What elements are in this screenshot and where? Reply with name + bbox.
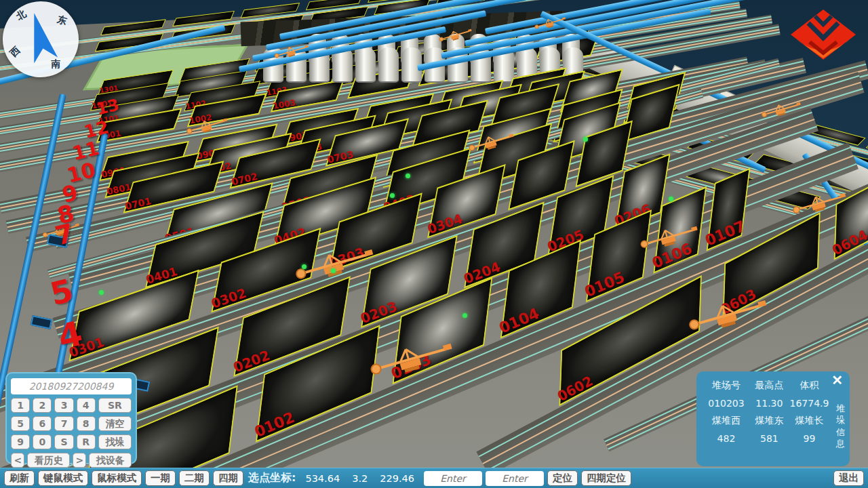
info-header: 体积 (789, 380, 829, 392)
keypad-button-8[interactable]: 8 (77, 416, 96, 431)
status-dot (462, 313, 467, 318)
coord-value: 534.64 (305, 473, 340, 484)
toolbar-button-一期[interactable]: 一期 (145, 470, 176, 486)
toolbar-button-鼠标模式[interactable]: 鼠标模式 (92, 470, 142, 486)
history-timestamp-input[interactable] (11, 378, 132, 394)
keypad-button-找设备[interactable]: 找设备 (89, 453, 132, 468)
track-number: 13 (95, 96, 121, 117)
keypad-button-看历史[interactable]: 看历史 (27, 453, 70, 468)
keypad-button-R[interactable]: R (77, 434, 96, 449)
keypad-button-7[interactable]: 7 (54, 416, 73, 431)
info-header: 堆场号 (703, 380, 749, 392)
status-dot (99, 290, 104, 295)
keypad-button-SR[interactable]: SR (98, 398, 132, 413)
keypad-button-1[interactable]: 1 (11, 398, 30, 413)
keypad-button-0[interactable]: 0 (33, 434, 52, 449)
company-logo-icon (791, 9, 856, 60)
keypad-button-2[interactable]: 2 (33, 398, 52, 413)
coord-value: 229.46 (380, 473, 414, 484)
info-header: 最高点 (749, 380, 789, 392)
keypad-button-6[interactable]: 6 (33, 416, 52, 431)
keypad-row: <看历史>找设备 (11, 453, 132, 468)
keypad-button-5[interactable]: 5 (11, 416, 30, 431)
status-dot (302, 264, 307, 269)
silo (355, 47, 376, 83)
pile-info-vertical-title: 堆垛信息 (836, 403, 845, 449)
keypad-panel: 1234SR5678清空90SR找垛<看历史>找设备 (5, 372, 137, 464)
keypad-button-3[interactable]: 3 (54, 398, 73, 413)
keypad-button-找垛[interactable]: 找垛 (98, 434, 132, 449)
info-value: 010203 (703, 398, 749, 409)
toolbar-button-键鼠模式[interactable]: 键鼠模式 (38, 470, 88, 486)
silo (378, 47, 399, 83)
bottom-toolbar: 刷新键鼠模式鼠标模式一期二期四期 选点坐标: 534.643.2229.46 定… (0, 468, 868, 488)
toolbar-button-二期[interactable]: 二期 (179, 470, 210, 486)
status-dot (669, 197, 673, 201)
info-header: 煤堆西 (703, 415, 749, 427)
close-icon[interactable]: ✕ (827, 373, 847, 388)
toolbar-button-四期[interactable]: 四期 (213, 470, 243, 486)
info-value: 482 (703, 433, 749, 444)
toolbar-button-定位[interactable]: 定位 (547, 470, 578, 486)
coord-value: 3.2 (352, 473, 368, 484)
status-dot (331, 268, 336, 273)
keypad-button-4[interactable]: 4 (77, 398, 96, 413)
keypad-button-<[interactable]: < (11, 453, 24, 468)
vertical-title-char: 信 (836, 427, 845, 438)
pile-info-panel: ✕ 堆场号最高点体积01020311.3016774.9煤堆西煤堆东煤堆长482… (696, 371, 850, 466)
info-value: 581 (749, 433, 789, 444)
exit-button[interactable]: 退出 (833, 470, 864, 486)
toolbar-button-四期定位[interactable]: 四期定位 (581, 470, 631, 486)
status-dot (390, 193, 395, 198)
keypad-button-9[interactable]: 9 (11, 434, 30, 449)
company-logo (791, 9, 856, 62)
keypad-buttons: 1234SR5678清空90SR找垛<看历史>找设备 (11, 398, 132, 468)
keypad-button-S[interactable]: S (54, 434, 73, 449)
status-dot (583, 137, 588, 142)
coord-label: 选点坐标: (248, 471, 296, 485)
keypad-button->[interactable]: > (73, 453, 86, 468)
coord-input-1[interactable] (424, 471, 482, 486)
compass-south: 南 (52, 58, 61, 70)
toolbar-left-buttons: 刷新键鼠模式鼠标模式一期二期四期 (4, 470, 243, 486)
toolbar-button-刷新[interactable]: 刷新 (4, 470, 35, 486)
vertical-title-char: 垛 (836, 415, 845, 426)
coord-values: 534.643.2229.46 (299, 473, 420, 484)
coal-yard-3d-monitor: 1301120111011102110310011002100309010902… (0, 0, 868, 488)
keypad-row: 90SR找垛 (11, 434, 132, 449)
vertical-title-char: 息 (836, 439, 845, 449)
info-value: 11.30 (749, 398, 789, 409)
info-value: 16774.9 (789, 398, 829, 409)
pipeline-junction (31, 315, 52, 329)
status-dot (406, 174, 410, 178)
toolbar-right-buttons: 定位四期定位 (547, 470, 631, 486)
pile-label: 1003 (272, 98, 296, 110)
vertical-title-char: 堆 (836, 403, 845, 414)
coord-input-2[interactable] (486, 471, 544, 486)
info-header: 煤堆长 (789, 415, 829, 427)
pile-info-grid: 堆场号最高点体积01020311.3016774.9煤堆西煤堆东煤堆长48258… (703, 380, 829, 444)
keypad-button-清空[interactable]: 清空 (98, 416, 132, 431)
info-header: 煤堆东 (749, 415, 789, 427)
info-value: 99 (789, 433, 829, 444)
keypad-row: 5678清空 (11, 416, 132, 431)
keypad-row: 1234SR (11, 398, 132, 413)
